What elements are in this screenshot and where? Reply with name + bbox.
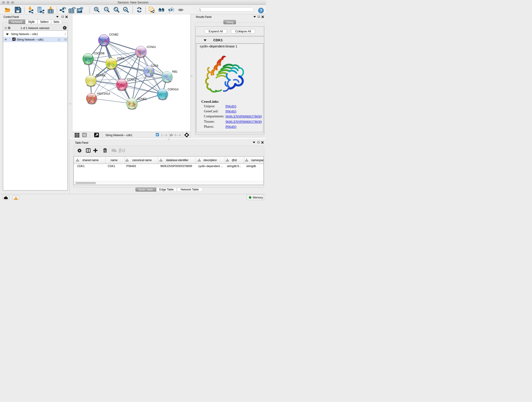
svg-text:?: ? [260,8,262,13]
svg-text:CDKN1A: CDKN1A [167,88,179,91]
svg-text:RB1: RB1 [172,70,177,73]
svg-text:CCNA2: CCNA2 [127,78,136,81]
svg-text:CDK1: CDK1 [117,57,124,60]
svg-text:CDC6: CDC6 [151,64,158,67]
svg-text:CDC25B: CDC25B [94,52,104,55]
svg-text:CCNB2: CCNB2 [109,33,119,36]
svg-text:CCNE1: CCNE1 [137,97,147,101]
svg-text:CCNB1: CCNB1 [96,74,106,77]
svg-text:HIST1H1A: HIST1H1A [97,92,110,95]
svg-text:CCNA1: CCNA1 [147,45,156,49]
